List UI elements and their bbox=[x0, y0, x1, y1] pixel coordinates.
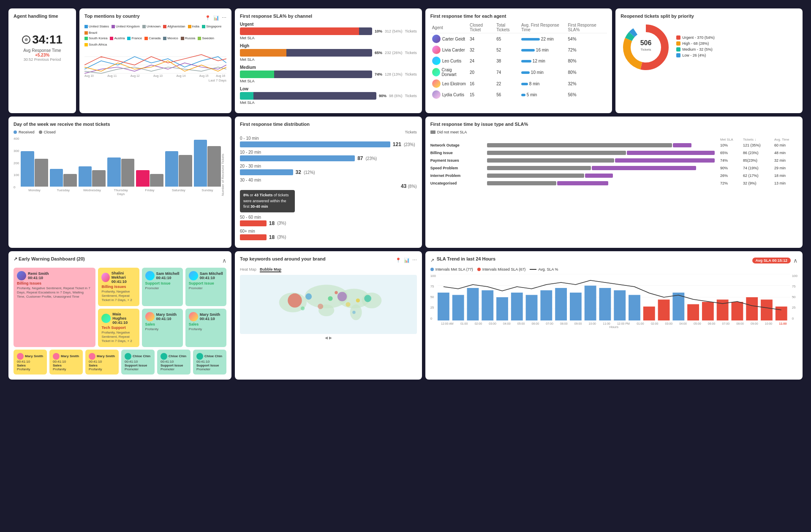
svg-point-30 bbox=[352, 310, 355, 313]
mentions-chart: Aug 10 Aug 11 Aug 12 Aug 13 Aug 14 Aug 1… bbox=[84, 48, 226, 78]
ew-bottom-row: Mary Smith 00:41:10 Sales Profanity Mary… bbox=[14, 350, 226, 375]
svg-rect-41 bbox=[467, 288, 479, 320]
dist-title: First response time distribution bbox=[240, 122, 417, 127]
svg-rect-48 bbox=[570, 293, 582, 320]
svg-rect-61 bbox=[761, 299, 773, 320]
sla-medium-row: Medium 74% 128 (13%) Tickets Met SLA bbox=[240, 65, 417, 83]
ew-card-shalini: Shalini Mekhari 00:41:10 Billing Issues … bbox=[98, 268, 139, 306]
country-legend: United States United Kingdom Unknown Afg… bbox=[84, 24, 226, 35]
svg-text:Aug 13: Aug 13 bbox=[153, 74, 163, 78]
early-warning-title: ↗ Early Warning Dashboard (20) bbox=[14, 256, 85, 262]
ew-small-2: Mary Smith 00:41:10 Sales Profanity bbox=[49, 350, 83, 375]
agent-handling-title: Agent handling time bbox=[14, 14, 71, 19]
svg-point-26 bbox=[337, 292, 347, 301]
sla-title: First response SLA% by channel bbox=[240, 14, 417, 19]
heat-map-tab[interactable]: Heat Map bbox=[240, 267, 256, 272]
avg-sla-badge: Avg SLA 00:15:12 bbox=[752, 258, 791, 263]
svg-point-33 bbox=[346, 302, 350, 307]
more-icon2: ⋯ bbox=[412, 258, 417, 263]
svg-rect-44 bbox=[511, 293, 523, 320]
svg-rect-62 bbox=[776, 307, 787, 320]
sla-high-row: High 65% 232 (26%) Tickets Met SLA bbox=[240, 43, 417, 62]
day-of-week-card: Day of the week we receive the most tick… bbox=[8, 117, 231, 248]
svg-rect-53 bbox=[643, 307, 655, 320]
dist-row-20-30: 20 - 30 min 32 (12%) bbox=[240, 164, 417, 175]
first-response-sla-card: First response SLA% by channel Urgent 10… bbox=[235, 8, 422, 113]
dist-row-10-20: 10 - 20 min 87 (23%) bbox=[240, 150, 417, 161]
sla-urgent-row: Urgent 10% 312 (54%) Tickets Met SLA bbox=[240, 22, 417, 40]
sla-chart-container: 100 75 50 25 0 bbox=[430, 274, 797, 329]
issue-row-network: Network Outage 10% 121 (35%) 60 min bbox=[430, 143, 797, 147]
issue-row-payment: Payment Issues 74% 85(23%) 32 min bbox=[430, 158, 797, 163]
svg-rect-43 bbox=[496, 297, 508, 320]
ew-card-mary2: Mary Smith 00:41:10 Sales Profanity bbox=[185, 309, 226, 347]
issue-row-billing: Billing Issue 65% 86 (23%) 48 min bbox=[430, 151, 797, 155]
dashboard: Agent handling time ⏱ 34:11 Avg Response… bbox=[8, 8, 803, 380]
table-row: Leo Curtis 2438 12 min 80% bbox=[430, 55, 607, 66]
issue-row-uncategorised: Uncategorised 72% 32 (9%) 13 min bbox=[430, 181, 797, 185]
agent-handling-card: Agent handling time ⏱ 34:11 Avg Response… bbox=[8, 8, 76, 113]
sla-trend-title: SLA Trend in last 24 Hours bbox=[437, 256, 496, 261]
table-row: Craig Dorwart 2074 10 min 80% bbox=[430, 66, 607, 78]
svg-rect-39 bbox=[438, 293, 449, 320]
issue-row-speed: Speed Problem 90% 74 (19%) 29 min bbox=[430, 166, 797, 170]
svg-rect-46 bbox=[540, 290, 552, 320]
bar-chart-icon: 📊 bbox=[213, 15, 219, 21]
world-map bbox=[240, 275, 417, 334]
svg-rect-59 bbox=[732, 302, 743, 320]
collapse-btn[interactable]: ∧ bbox=[222, 257, 226, 264]
svg-text:506: 506 bbox=[640, 39, 652, 46]
svg-text:Aug 10: Aug 10 bbox=[84, 74, 94, 78]
day-of-week-title: Day of the week we receive the most tick… bbox=[14, 122, 226, 127]
svg-point-32 bbox=[335, 291, 337, 294]
svg-text:Aug 16: Aug 16 bbox=[216, 74, 225, 78]
svg-rect-50 bbox=[599, 288, 611, 320]
svg-text:Aug 14: Aug 14 bbox=[176, 74, 185, 78]
hours-label: Hours bbox=[438, 325, 790, 329]
map-navigation: ◀ ▶ bbox=[240, 336, 417, 340]
ew-card-sam1: Sam Mitchell 00:41:10 Support Issue Prom… bbox=[142, 268, 183, 306]
table-row: Carter Geidt 3465 22 min 54% bbox=[430, 33, 607, 45]
svg-rect-56 bbox=[687, 304, 699, 320]
x-labels: Monday Tuesday Wednesday Thursday Friday… bbox=[21, 188, 221, 192]
ew-small-5: Chloe Chin 00:41:10 Support Issue Promot… bbox=[157, 350, 191, 375]
issue-legend: Did not meet SLA bbox=[430, 130, 797, 134]
svg-point-31 bbox=[301, 306, 305, 310]
ew-small-3: Mary Smith 00:41:10 Sales Profanity bbox=[85, 350, 119, 375]
svg-rect-60 bbox=[746, 297, 758, 320]
day-legend: Received Closed bbox=[14, 130, 226, 134]
map-type-tabs[interactable]: Heat Map Bubble Map bbox=[240, 267, 417, 272]
sla-collapse-btn[interactable]: ∧ bbox=[793, 257, 797, 264]
change-value: +5.23% bbox=[14, 53, 71, 57]
svg-text:Aug 12: Aug 12 bbox=[131, 74, 140, 78]
svg-point-22 bbox=[350, 304, 362, 320]
svg-point-23 bbox=[288, 293, 302, 307]
y-axis: 400 300 200 100 0 bbox=[14, 137, 21, 196]
sla-trend-legend: Intervals Met SLA (77) Intervals Missed … bbox=[430, 267, 797, 271]
svg-rect-55 bbox=[672, 293, 684, 320]
top-keywords-card: Top keywords used around your brand 📍 📊 … bbox=[235, 251, 422, 380]
sla-y-axis: 100 75 50 25 0 bbox=[430, 274, 438, 329]
ew-card-mary1: Mary Smith 00:41:10 Sales Profanity bbox=[142, 309, 183, 347]
svg-text:Tickets: Tickets bbox=[641, 48, 651, 52]
bubble-map-tab[interactable]: Bubble Map bbox=[260, 267, 281, 272]
ew-card-remi: Remi Smith 00:41:10 Billing Issues Profa… bbox=[14, 268, 95, 347]
first-response-agent-card: First response time for each agent Agent… bbox=[425, 8, 612, 113]
country-legend-2: South Korea Austria France Canada Mexico… bbox=[84, 36, 226, 46]
issue-row-internet: Internet Problem 26% 62 (17%) 18 min bbox=[430, 174, 797, 178]
svg-point-29 bbox=[318, 304, 323, 309]
top-mentions-card: Top mentions by country 📍 📊 ⋯ United Sta… bbox=[79, 8, 231, 113]
sla-y-axis-right: 100 75 50 25 0 bbox=[790, 274, 797, 329]
svg-rect-42 bbox=[482, 290, 493, 320]
map-svg bbox=[240, 275, 417, 334]
svg-rect-54 bbox=[658, 299, 670, 320]
trend-icon: ↗ bbox=[430, 258, 434, 263]
svg-point-21 bbox=[362, 293, 382, 308]
dist-row-50-60: 50 - 60 min 18 (3%) bbox=[240, 215, 417, 226]
ew-small-6: Chloe Chin 00:41:10 Support Issue Promot… bbox=[193, 350, 226, 375]
pin-icon: 📍 bbox=[205, 15, 211, 21]
issue-col-headers: Met SLA Tickets ↓ Avg. Time bbox=[430, 138, 797, 141]
svg-rect-40 bbox=[452, 295, 464, 320]
dist-row-30-40: 30 - 40 min 8% or 43 Tickets of tickets … bbox=[240, 178, 417, 212]
ew-small-1: Mary Smith 00:41:10 Sales Profanity bbox=[14, 350, 47, 375]
